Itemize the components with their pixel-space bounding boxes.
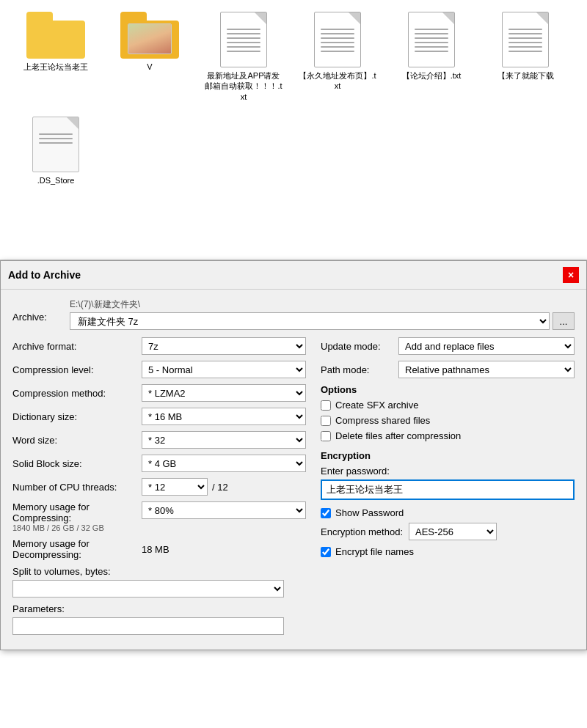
- word-size-label: Word size:: [12, 435, 137, 446]
- password-input[interactable]: [321, 479, 575, 500]
- compress-shared-checkbox[interactable]: [321, 416, 331, 426]
- cpu-threads-total: / 12: [212, 482, 228, 493]
- update-mode-row: Update mode: Add and replace files Updat…: [321, 337, 575, 355]
- compress-shared-row: Compress shared files: [321, 415, 575, 426]
- solid-block-row: Solid Block size: * 4 GB 1 GB 2 GB: [12, 455, 306, 472]
- file-item-folder2[interactable]: V: [106, 7, 194, 106]
- show-password-checkbox[interactable]: [321, 508, 331, 518]
- path-mode-label: Path mode:: [321, 364, 394, 375]
- encryption-method-select[interactable]: AES-256: [409, 523, 497, 540]
- file-item-dsstore[interactable]: .DS_Store: [12, 112, 100, 190]
- memory-compress-select[interactable]: * 80% 50% 60% 70%: [142, 501, 306, 519]
- txt-file-icon: [502, 12, 549, 67]
- cpu-threads-row: Number of CPU threads: * 12 1 2 4 8 / 12: [12, 478, 306, 496]
- split-label: Split to volumes, bytes:: [12, 566, 306, 577]
- create-sfx-checkbox[interactable]: [321, 400, 331, 411]
- word-size-row: Word size: * 32 64 128: [12, 431, 306, 449]
- compression-method-row: Compression method: * LZMA2 LZMA PPMd: [12, 384, 306, 402]
- path-mode-select[interactable]: Relative pathnames Full pathnames No pat…: [398, 361, 575, 378]
- memory-compress-row: Memory usage for Compressing: 1840 MB / …: [12, 501, 306, 532]
- compression-level-row: Compression level: 5 - Normal 0 - Store …: [12, 361, 306, 378]
- archive-format-label: Archive format:: [12, 341, 137, 352]
- split-row: Split to volumes, bytes:: [12, 566, 306, 598]
- file-item-folder1[interactable]: 上老王论坛当老王: [12, 7, 100, 106]
- update-mode-label: Update mode:: [321, 341, 394, 352]
- encryption-method-row: Encryption method: AES-256: [321, 523, 575, 540]
- enter-password-label: Enter password:: [321, 466, 575, 477]
- close-button[interactable]: ×: [563, 267, 579, 283]
- two-column-layout: Archive format: 7z zip tar Compression l…: [12, 337, 575, 641]
- txt-file-icon: [220, 12, 267, 67]
- encryption-label: Encryption: [321, 450, 575, 461]
- encrypt-filenames-label[interactable]: Encrypt file names: [335, 546, 414, 557]
- folder-icon: [26, 12, 85, 59]
- compression-method-label: Compression method:: [12, 388, 137, 399]
- params-label: Parameters:: [12, 603, 306, 614]
- file-label: 最新地址及APP请发邮箱自动获取！！！.txt: [204, 70, 283, 102]
- file-item-txt2[interactable]: 【永久地址发布页】.txt: [294, 7, 382, 106]
- cpu-threads-label: Number of CPU threads:: [12, 482, 137, 493]
- memory-decompress-row: Memory usage for Decompressing: 18 MB: [12, 538, 306, 560]
- create-sfx-row: Create SFX archive: [321, 400, 575, 411]
- right-column: Update mode: Add and replace files Updat…: [321, 337, 575, 641]
- delete-after-row: Delete files after compression: [321, 430, 575, 441]
- dialog-title: Add to Archive: [8, 269, 81, 281]
- add-to-archive-dialog: Add to Archive × Archive: E:\(7)\新建文件夹\ …: [0, 260, 587, 650]
- show-password-label[interactable]: Show Password: [335, 507, 404, 518]
- params-input[interactable]: [12, 617, 284, 635]
- archive-input-row: 新建文件夹 7z ...: [70, 312, 575, 330]
- browse-button[interactable]: ...: [553, 312, 575, 330]
- compression-method-select[interactable]: * LZMA2 LZMA PPMd: [142, 384, 306, 402]
- encrypt-filenames-checkbox[interactable]: [321, 547, 331, 557]
- dictionary-size-label: Dictionary size:: [12, 411, 137, 422]
- file-label: 【来了就能下载: [497, 70, 554, 81]
- compression-level-select[interactable]: 5 - Normal 0 - Store 1 - Fastest 9 - Ult…: [142, 361, 306, 378]
- dictionary-size-row: Dictionary size: * 16 MB 32 MB 64 MB: [12, 408, 306, 425]
- txt-file-icon: [32, 117, 79, 172]
- path-mode-row: Path mode: Relative pathnames Full pathn…: [321, 361, 575, 378]
- archive-name-select[interactable]: 新建文件夹 7z: [70, 312, 550, 330]
- show-password-row: Show Password: [321, 507, 575, 518]
- file-browser: 上老王论坛当老王 V 最新地址及APP请发邮箱自动获取！！！.txt 【永久地址…: [0, 0, 587, 260]
- encryption-method-label: Encryption method:: [321, 526, 403, 537]
- file-label: 【论坛介绍】.txt: [402, 70, 462, 81]
- file-item-txt1[interactable]: 最新地址及APP请发邮箱自动获取！！！.txt: [200, 7, 288, 106]
- file-item-txt4[interactable]: 【来了就能下载: [481, 7, 569, 106]
- create-sfx-label[interactable]: Create SFX archive: [335, 400, 418, 411]
- solid-block-select[interactable]: * 4 GB 1 GB 2 GB: [142, 455, 306, 472]
- compress-shared-label[interactable]: Compress shared files: [335, 415, 430, 426]
- compression-level-label: Compression level:: [12, 364, 137, 375]
- options-section: Options Create SFX archive Compress shar…: [321, 384, 575, 441]
- word-size-select[interactable]: * 32 64 128: [142, 431, 306, 449]
- folder-img-icon: [120, 12, 179, 59]
- dictionary-size-select[interactable]: * 16 MB 32 MB 64 MB: [142, 408, 306, 425]
- solid-block-label: Solid Block size:: [12, 458, 137, 469]
- archive-path-container: E:\(7)\新建文件夹\ 新建文件夹 7z ...: [70, 298, 575, 330]
- delete-after-checkbox[interactable]: [321, 431, 331, 441]
- memory-compress-label: Memory usage for Compressing:: [12, 501, 137, 523]
- options-label: Options: [321, 384, 575, 395]
- archive-format-select[interactable]: 7z zip tar: [142, 337, 306, 355]
- archive-format-row: Archive format: 7z zip tar: [12, 337, 306, 355]
- encryption-section: Encryption Enter password: Show Password…: [321, 450, 575, 557]
- dialog-body: Archive: E:\(7)\新建文件夹\ 新建文件夹 7z ... Arch…: [1, 290, 586, 650]
- delete-after-label[interactable]: Delete files after compression: [335, 430, 461, 441]
- split-select[interactable]: [12, 580, 284, 598]
- encrypt-filenames-row: Encrypt file names: [321, 546, 575, 557]
- txt-file-icon: [314, 12, 361, 67]
- memory-decompress-value: 18 MB: [142, 544, 169, 555]
- file-label: V: [147, 62, 152, 72]
- file-label: 【永久地址发布页】.txt: [298, 70, 377, 92]
- txt-file-icon: [408, 12, 455, 67]
- update-mode-select[interactable]: Add and replace files Update and add fil…: [398, 337, 575, 355]
- memory-compress-sub: 1840 MB / 26 GB / 32 GB: [12, 523, 137, 532]
- memory-decompress-label: Memory usage for Decompressing:: [12, 538, 137, 560]
- dialog-titlebar: Add to Archive ×: [1, 261, 586, 290]
- archive-label: Archive:: [12, 298, 64, 323]
- file-label: .DS_Store: [37, 175, 75, 185]
- params-row: Parameters:: [12, 603, 306, 635]
- file-item-txt3[interactable]: 【论坛介绍】.txt: [387, 7, 475, 106]
- cpu-threads-controls: * 12 1 2 4 8 / 12: [142, 478, 228, 496]
- left-column: Archive format: 7z zip tar Compression l…: [12, 337, 306, 641]
- cpu-threads-select[interactable]: * 12 1 2 4 8: [142, 478, 208, 496]
